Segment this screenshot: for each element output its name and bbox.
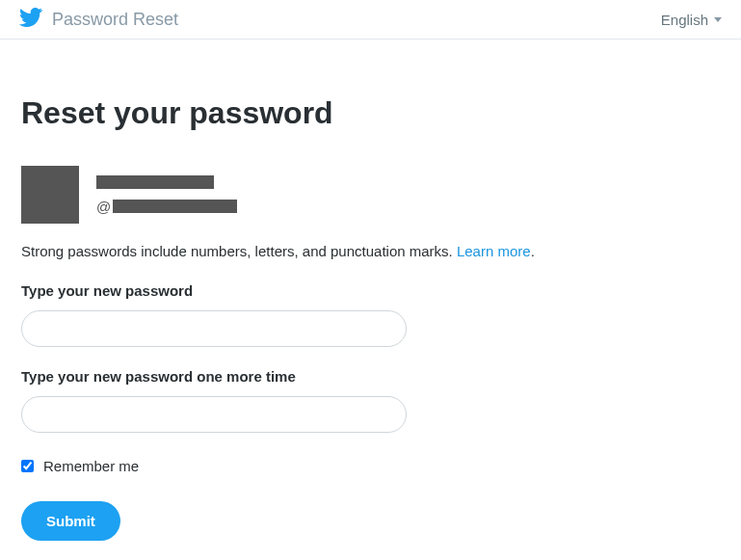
new-password-label: Type your new password [21,282,720,299]
header-title: Password Reset [52,10,178,30]
remember-me-label: Remember me [43,458,139,474]
page-header: Password Reset English [0,0,741,40]
page-title: Reset your password [21,95,720,131]
at-sign: @ [96,199,111,215]
user-display-name-redacted [96,175,214,189]
user-handle-row: @ [96,199,237,215]
hint-period: . [531,243,535,259]
user-name-block: @ [96,175,237,215]
twitter-bird-icon [19,8,42,31]
submit-button[interactable]: Submit [21,501,120,541]
language-label: English [661,12,708,28]
confirm-password-input[interactable] [21,396,407,433]
user-handle-redacted [113,200,237,213]
confirm-password-label: Type your new password one more time [21,368,720,385]
avatar [21,166,79,224]
hint-text-body: Strong passwords include numbers, letter… [21,243,457,259]
remember-me-row: Remember me [21,458,720,474]
new-password-input[interactable] [21,310,407,347]
main-content: Reset your password @ Strong passwords i… [0,40,741,560]
header-left: Password Reset [19,8,178,31]
language-selector[interactable]: English [661,12,722,28]
remember-me-checkbox[interactable] [21,460,34,472]
learn-more-link[interactable]: Learn more [457,243,531,259]
user-identity-block: @ [21,166,720,224]
password-hint: Strong passwords include numbers, letter… [21,243,720,259]
chevron-down-icon [714,17,722,22]
